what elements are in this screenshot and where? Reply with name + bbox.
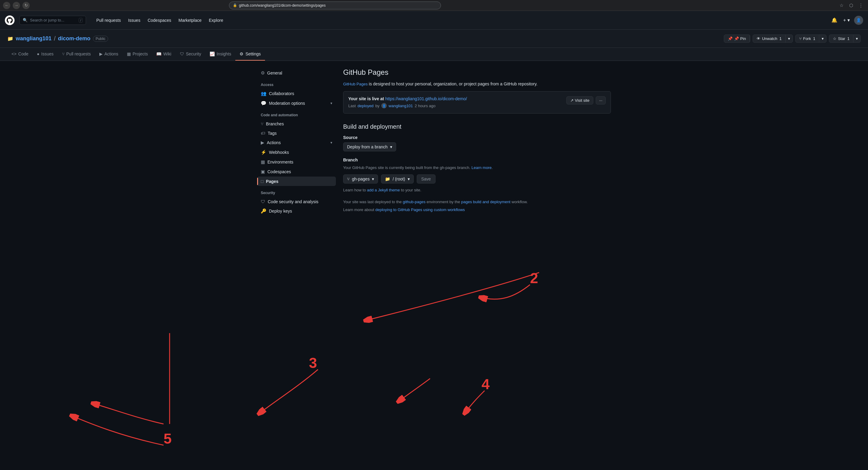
custom-workflow-info: Learn more about deploying to GitHub Pag… — [343, 207, 611, 213]
folder-icon: 📁 — [385, 177, 390, 181]
back-button[interactable]: ← — [3, 2, 10, 9]
people-icon: 👥 — [261, 91, 267, 96]
search-bar[interactable]: 🔍 Search or jump to... / — [20, 16, 86, 25]
sidebar-item-environments[interactable]: ▦ Environments — [257, 157, 336, 167]
repo-icon: 📁 — [7, 36, 13, 41]
pr-icon: ⑂ — [62, 52, 64, 56]
deployed-row: Last deployed by 👤 wangliang101 2 hours … — [348, 103, 563, 108]
source-label: Source — [343, 135, 611, 140]
marketplace-nav[interactable]: Marketplace — [175, 16, 205, 25]
menu-button[interactable]: ⋮ — [857, 1, 865, 10]
tab-projects[interactable]: ▦ Projects — [123, 48, 152, 61]
global-nav: Pull requests Issues Codespaces Marketpl… — [93, 16, 226, 25]
deployed-link[interactable]: deployed — [358, 103, 374, 108]
branch-icon-inline: ⑂ — [347, 177, 349, 181]
sidebar-item-codespaces[interactable]: ▣ Codespaces — [257, 167, 336, 177]
chevron-down-icon-folder: ▾ — [408, 177, 410, 181]
tab-code[interactable]: <> Code — [7, 48, 33, 61]
deployer-link[interactable]: wangliang101 — [389, 103, 413, 108]
repo-name[interactable]: dicom-demo — [58, 35, 91, 42]
create-button[interactable]: + ▾ — [842, 16, 851, 25]
pull-requests-nav[interactable]: Pull requests — [93, 16, 124, 25]
github-header: 🔍 Search or jump to... / Pull requests I… — [0, 11, 868, 30]
repo-public-badge: Public — [93, 36, 108, 42]
sidebar-item-branches[interactable]: ⑂ Branches — [257, 119, 336, 128]
repo-actions: 📌 📌 Pin 👁 Unwatch 1 ▾ ⑂ Fork 1 ▾ — [724, 34, 861, 43]
notifications-button[interactable]: 🔔 — [830, 16, 839, 25]
tab-settings[interactable]: ⚙ Settings — [235, 48, 265, 61]
branch-learn-more-link[interactable]: Learn more — [471, 165, 492, 170]
sidebar-item-actions[interactable]: ▶ Actions ▾ — [257, 138, 336, 148]
insights-icon: 📈 — [210, 52, 215, 56]
sidebar: ⚙ General Access 👥 Collaborators 💬 Moder… — [257, 68, 336, 216]
extensions-button[interactable]: ⬡ — [847, 1, 855, 10]
repo-owner[interactable]: wangliang101 — [16, 35, 52, 42]
sidebar-item-pages[interactable]: □ Pages — [257, 177, 336, 186]
tab-security[interactable]: 🛡 Security — [176, 48, 206, 61]
tab-insights[interactable]: 📈 Insights — [205, 48, 235, 61]
github-pages-env-link[interactable]: github-pages — [403, 199, 426, 204]
chevron-down-icon: ▾ — [331, 101, 332, 105]
star-button[interactable]: ☆ Star 1 ▾ — [829, 34, 861, 43]
site-actions: ↗ Visit site ··· — [566, 96, 606, 104]
sidebar-item-moderation[interactable]: 💬 Moderation options ▾ — [257, 98, 336, 108]
codespaces-nav[interactable]: Codespaces — [145, 16, 174, 25]
codespaces-icon: ▣ — [261, 169, 265, 175]
intro-text: GitHub Pages is designed to host your pe… — [343, 82, 611, 86]
browser-bar: ← → ↻ 🔒 github.com/wangliang101/dicom-de… — [0, 0, 868, 11]
forward-button[interactable]: → — [13, 2, 20, 9]
refresh-button[interactable]: ↻ — [23, 2, 30, 9]
issues-nav[interactable]: Issues — [125, 16, 143, 25]
tab-wiki[interactable]: 📖 Wiki — [152, 48, 175, 61]
code-automation-section-label: Code and automation — [257, 108, 336, 119]
sidebar-item-general[interactable]: ⚙ General — [257, 68, 336, 78]
actions-sidebar-icon: ▶ — [261, 140, 265, 145]
save-button[interactable]: Save — [417, 175, 435, 184]
tab-issues[interactable]: ● Issues — [33, 48, 58, 61]
source-group: Source Deploy from a branch ▾ — [343, 135, 611, 151]
sidebar-item-collaborators[interactable]: 👥 Collaborators — [257, 89, 336, 98]
url-text: github.com/wangliang101/dicom-demo/setti… — [239, 3, 326, 7]
folder-dropdown[interactable]: 📁 / (root) ▾ — [381, 175, 413, 184]
deploy-info: Your site was last deployed to the githu… — [343, 199, 611, 205]
pages-icon: □ — [261, 179, 264, 184]
moderation-icon: 💬 — [261, 100, 267, 106]
sidebar-item-deploy-keys[interactable]: 🔑 Deploy keys — [257, 206, 336, 216]
svg-text:3: 3 — [309, 355, 317, 371]
pin-button[interactable]: 📌 📌 Pin — [724, 34, 750, 43]
tab-actions[interactable]: ▶ Actions — [95, 48, 123, 61]
github-pages-link[interactable]: GitHub Pages — [343, 82, 368, 86]
chevron-down-icon-branch: ▾ — [372, 177, 374, 181]
source-dropdown[interactable]: Deploy from a branch ▾ — [343, 142, 396, 151]
fork-button[interactable]: ⑂ Fork 1 ▾ — [795, 34, 827, 43]
custom-workflow-link[interactable]: deploying to GitHub Pages using custom w… — [375, 208, 465, 212]
lock-icon: 🔒 — [233, 3, 237, 7]
jekyll-theme-link[interactable]: add a Jekyll theme — [367, 188, 400, 192]
address-bar[interactable]: 🔒 github.com/wangliang101/dicom-demo/set… — [229, 1, 441, 9]
security-icon: 🛡 — [180, 52, 184, 56]
site-live-row: Your site is live at https://wangliang10… — [348, 96, 606, 108]
jekyll-info: Learn how to add a Jekyll theme to your … — [343, 187, 611, 193]
unwatch-button[interactable]: 👁 Unwatch 1 ▾ — [753, 34, 793, 43]
github-logo[interactable] — [5, 15, 14, 25]
pages-workflow-link[interactable]: pages build and deployment — [461, 199, 510, 204]
sidebar-item-webhooks[interactable]: ⚡ Webhooks — [257, 148, 336, 157]
more-options-button[interactable]: ··· — [596, 96, 606, 104]
security-section-label: Security — [257, 186, 336, 197]
tab-pull-requests[interactable]: ⑂ Pull requests — [58, 48, 95, 61]
site-url-link[interactable]: https://wangliang101.github.io/dicom-dem… — [385, 96, 467, 101]
sidebar-item-code-security[interactable]: 🛡 Code security and analysis — [257, 197, 336, 206]
repo-title-row: 📁 wangliang101 / dicom-demo Public 📌 📌 P… — [7, 34, 861, 43]
branch-description: Your GitHub Pages site is currently bein… — [343, 165, 611, 171]
avatar[interactable]: 👤 — [854, 16, 863, 25]
projects-icon: ▦ — [127, 52, 131, 56]
repo-nav: <> Code ● Issues ⑂ Pull requests ▶ Actio… — [0, 48, 868, 61]
visit-site-button[interactable]: ↗ Visit site — [566, 96, 593, 104]
explore-nav[interactable]: Explore — [206, 16, 226, 25]
actions-icon: ▶ — [99, 52, 103, 56]
main-content: GitHub Pages GitHub Pages is designed to… — [343, 68, 611, 216]
bookmark-button[interactable]: ☆ — [837, 1, 845, 10]
page-title: GitHub Pages — [343, 68, 611, 76]
branch-dropdown[interactable]: ⑂ gh-pages ▾ — [343, 175, 378, 184]
sidebar-item-tags[interactable]: 🏷 Tags — [257, 128, 336, 138]
